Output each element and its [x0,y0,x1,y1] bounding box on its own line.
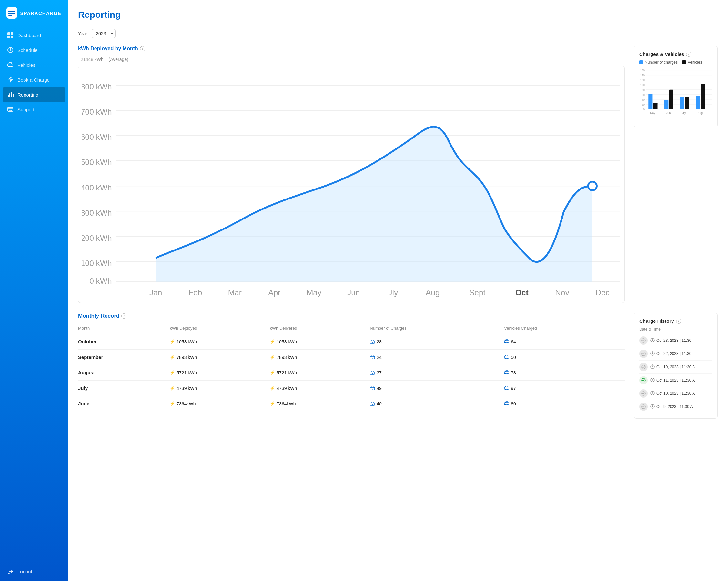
sidebar-item-schedule-label: Schedule [18,47,38,53]
check-icon [639,389,648,398]
clock-icon [650,378,655,383]
sidebar-item-vehicles[interactable]: Vehicles [0,57,68,72]
monthly-info-icon[interactable]: i [121,313,127,319]
car-icon [504,354,509,360]
bar-may-charges [648,94,652,109]
year-select[interactable]: 2021 2022 2023 2024 [92,29,115,38]
ch-info-icon[interactable]: i [676,319,681,324]
svg-rect-0 [8,11,15,12]
charge-history-list: Oct 23, 2023 | 11:30 Oct 22, 2023 | 11:3… [639,334,712,413]
vehicles-charged-cell: 64 [504,338,625,345]
svg-point-82 [507,374,508,374]
check-icon [639,376,648,384]
year-select-wrap: 2021 2022 2023 2024 [92,29,115,38]
logout-button[interactable]: Logout [0,562,68,581]
month-name: October [78,339,97,345]
svg-text:80: 80 [642,89,645,92]
svg-text:120: 120 [640,78,645,82]
svg-text:Feb: Feb [188,288,202,297]
svg-text:Apr: Apr [268,288,280,297]
monthly-scroll[interactable]: Month kWh Deployed kWh Delivered Number … [78,324,625,411]
kwh-section-title: kWh Deployed by Month i [78,46,625,52]
bar-jly-charges [680,97,684,109]
check-icon [639,403,648,411]
charge-history-item: Oct 11, 2023 | 11:30 A [639,374,712,387]
support-icon [7,106,14,112]
sidebar-item-reporting[interactable]: Reporting [3,87,65,102]
svg-rect-17 [10,110,12,111]
svg-text:160: 160 [640,69,645,72]
charge-plug-icon [370,401,375,406]
svg-rect-13 [11,92,12,97]
reporting-icon [7,91,14,98]
main-content: Reporting Year 2021 2022 2023 2024 kWh D… [68,0,728,581]
cv-title: Charges & Vehicles i [639,51,712,57]
car-icon [504,370,509,376]
svg-text:700 kWh: 700 kWh [82,107,112,116]
svg-rect-6 [11,35,13,38]
svg-rect-80 [504,372,509,374]
charge-history-item: Oct 19, 2023 | 11:30 A [639,360,712,374]
bar-aug-vehicles [701,84,705,109]
svg-text:400 kWh: 400 kWh [82,183,112,192]
charge-date-time: Oct 10, 2023 | 11:30 A [650,391,695,396]
bar-jun-vehicles [669,90,673,109]
svg-text:40: 40 [642,98,645,101]
svg-rect-84 [504,387,509,389]
svg-point-36 [588,182,597,191]
table-row: September ⚡7893 kWh ⚡7893 kWh 24 50 [78,350,625,365]
sidebar-item-support[interactable]: Support [0,102,68,117]
svg-text:Jly: Jly [682,111,686,115]
check-icon [639,363,648,371]
charge-history-item: Oct 10, 2023 | 11:30 A [639,387,712,400]
check-icon [639,336,648,345]
svg-text:Nov: Nov [555,288,569,297]
svg-rect-2 [8,15,12,16]
svg-rect-14 [12,94,14,97]
month-name: July [78,385,88,391]
kwh-deployed-cell: ⚡7893 kWh [170,355,270,360]
kwh-chart-section: kWh Deployed by Month i 21448 kWh (Avera… [78,46,625,303]
kwh-delivered-cell: ⚡4739 kWh [270,386,370,391]
kwh-deployed-cell: ⚡1053 kWh [170,339,270,345]
kwh-chart-svg: 800 kWh 700 kWh 600 kWh 500 kWh 400 kWh … [82,69,621,300]
vehicles-charged-cell: 78 [504,370,625,376]
svg-text:500 kWh: 500 kWh [82,158,112,167]
logo-icon [6,7,17,19]
kwh-delivered-cell: ⚡1053 kWh [270,339,370,345]
col-kwh-deployed: kWh Deployed [170,324,270,334]
svg-rect-72 [504,340,509,343]
table-row: June ⚡7364kWh ⚡7364kWh 40 80 [78,396,625,411]
ch-date-header: Date & Time [639,327,712,331]
logout-icon [7,568,14,575]
kwh-delivered-cell: ⚡7893 kWh [270,355,370,360]
kwh-info-icon[interactable]: i [140,46,145,51]
sidebar-item-book-charge[interactable]: Book a Charge [0,72,68,87]
num-charges-cell: 40 [370,401,504,406]
kwh-deployed-cell: ⚡4739 kWh [170,386,270,391]
sidebar-item-schedule[interactable]: Schedule [0,43,68,57]
svg-rect-3 [7,32,10,35]
svg-text:140: 140 [640,74,645,77]
svg-text:Aug: Aug [698,111,703,115]
svg-text:0: 0 [643,108,645,111]
col-vehicles-charged: Vehicles Charged [504,324,625,334]
charge-history-panel: Charge History i Date & Time Oct 23, 202… [634,313,718,419]
bar-jly-vehicles [685,97,689,109]
svg-text:May: May [307,288,322,297]
col-kwh-delivered: kWh Delivered [270,324,370,334]
svg-text:Jun: Jun [347,288,360,297]
svg-text:Jan: Jan [149,288,162,297]
sidebar-item-dashboard[interactable]: Dashboard [0,28,68,43]
col-month: Month [78,324,170,334]
svg-text:May: May [650,111,655,115]
bolt-icon: ⚡ [270,355,275,359]
year-row: Year 2021 2022 2023 2024 [78,29,718,38]
num-charges-cell: 49 [370,386,504,391]
legend-vehicles-dot [682,60,686,64]
svg-text:Mar: Mar [228,288,242,297]
charge-history-item: Oct 23, 2023 | 11:30 [639,334,712,347]
bolt-icon: ⚡ [170,386,175,390]
vehicles-charged-cell: 97 [504,385,625,391]
cv-info-icon[interactable]: i [686,52,691,57]
